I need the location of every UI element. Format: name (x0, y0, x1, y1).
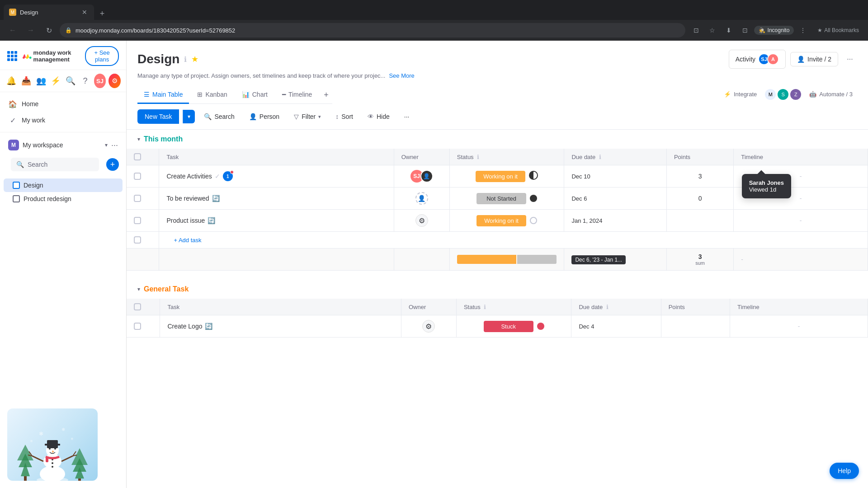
general-status-info-icon[interactable]: ℹ (484, 304, 486, 310)
status-info-icon[interactable]: ℹ (477, 154, 479, 160)
general-task-row-icons: Create Logo 🔄 (167, 323, 394, 330)
boards-list: Design Product redesign (4, 178, 123, 206)
add-board-button[interactable]: + (106, 158, 119, 171)
tab-close-button[interactable]: ✕ (80, 8, 89, 16)
tab-timeline[interactable]: ━ Timeline (276, 86, 318, 104)
inbox-icon[interactable]: 📥 (20, 74, 33, 88)
invite-button[interactable]: 👤 Invite / 2 (790, 52, 838, 66)
this-month-title[interactable]: This month (144, 135, 183, 143)
download-icon[interactable]: ⬇ (722, 23, 736, 38)
general-task-icon[interactable]: 🔄 (205, 323, 212, 330)
general-task-title[interactable]: General Task (144, 285, 189, 293)
add-task-button[interactable]: + Add task (166, 233, 208, 247)
status-wrapper: Working on it (457, 215, 557, 226)
row-checkbox[interactable] (134, 173, 141, 180)
settings-icon[interactable]: ⚙ (108, 74, 121, 88)
incognito-icon: 🕵 (759, 27, 765, 33)
apps-grid-icon[interactable] (7, 51, 17, 61)
reload-button[interactable]: ↻ (42, 23, 56, 38)
info-icon[interactable]: ℹ (184, 55, 187, 64)
notifications-icon[interactable]: 🔔 (5, 74, 18, 88)
board-label-design: Design (24, 182, 43, 189)
general-owner-column-header: Owner (401, 299, 456, 315)
task-update-icon[interactable]: 🔄 (212, 195, 220, 202)
bookmarks-button[interactable]: ★ All Bookmarks (814, 25, 863, 35)
tab-main-table[interactable]: ☰ Main Table (137, 86, 189, 104)
workspace-more-icon[interactable]: ··· (111, 141, 118, 150)
hide-button[interactable]: 👁 Hide (362, 110, 395, 123)
star-icon[interactable]: ★ (191, 54, 198, 64)
svg-rect-10 (78, 479, 81, 481)
sort-button[interactable]: ↕ Sort (330, 110, 359, 123)
sidebar-item-design[interactable]: Design (4, 178, 123, 192)
new-tab-button[interactable]: + (96, 7, 108, 20)
status-badge-create-logo[interactable]: Stuck (484, 321, 533, 332)
row-checkbox[interactable] (134, 195, 141, 202)
more-options-button[interactable]: ··· (843, 52, 857, 66)
this-month-toggle[interactable]: ▾ (137, 136, 140, 142)
snowman-decoration: ❄ ❄ ❄ ❄ (0, 401, 126, 488)
integrate-button[interactable]: ⚡ Integrate (719, 89, 761, 100)
integrate-label: Integrate (734, 91, 757, 98)
sidebar-item-product-redesign[interactable]: Product redesign (4, 192, 123, 206)
timeline-cell-product-issue: - (734, 210, 868, 232)
sidebar-item-mywork[interactable]: ✓ My work (4, 112, 123, 128)
menu-icon[interactable]: ⋮ (796, 23, 810, 38)
general-task-toggle[interactable]: ▾ (137, 286, 140, 292)
row-checkbox[interactable] (134, 217, 141, 224)
owner-cell-create-activities: SJ 👤 (394, 165, 449, 188)
people-icon[interactable]: 👥 (35, 74, 47, 88)
address-bar[interactable]: 🔒 moodjoy.monday.com/boards/1830420525?u… (60, 23, 685, 38)
see-plans-button[interactable]: + See plans (85, 46, 119, 66)
user-avatar[interactable]: SJ (94, 74, 106, 88)
bookmark-star-icon[interactable]: ☆ (705, 23, 720, 38)
forward-button[interactable]: → (24, 23, 38, 38)
general-select-all-checkbox[interactable] (134, 303, 141, 310)
task-check-icon[interactable]: ✓ (215, 173, 220, 180)
add-view-button[interactable]: + (320, 87, 332, 103)
help-button[interactable]: Help (830, 463, 859, 479)
workspace-header[interactable]: M My workspace ▾ ··· (4, 136, 123, 154)
summary-owner-cell (394, 249, 449, 271)
more-toolbar-button[interactable]: ··· (399, 110, 415, 123)
tab-favicon: M (9, 9, 16, 16)
active-tab[interactable]: M Design ✕ (4, 5, 94, 20)
points-cell-to-be-reviewed: 0 (666, 188, 733, 210)
task-update-icon2[interactable]: 🔄 (208, 217, 215, 224)
status-badge-to-be-reviewed[interactable]: Not Started (476, 193, 526, 204)
invite-label: Invite / 2 (807, 56, 831, 63)
activity-button[interactable]: Activity SJ A (729, 50, 786, 69)
tab-kanban[interactable]: ⊞ Kanban (191, 86, 233, 104)
mywork-label: My work (22, 117, 45, 124)
general-status-header-label: Status (464, 304, 481, 310)
select-all-checkbox[interactable] (134, 153, 141, 160)
tab-kanban-label: Kanban (205, 91, 227, 98)
help-icon[interactable]: ? (79, 74, 91, 88)
duedate-info-icon[interactable]: ℹ (599, 154, 601, 160)
apps-icon[interactable]: ⚡ (50, 74, 62, 88)
search-bar[interactable]: 🔍 Search (11, 158, 99, 171)
status-badge-create-activities[interactable]: Working on it (476, 171, 525, 182)
duedate-cell-product-issue: Jan 1, 2024 (564, 210, 667, 232)
extension-icon[interactable]: ⊡ (738, 23, 752, 38)
tab-chart[interactable]: 📊 Chart (236, 86, 274, 104)
chart-icon: 📊 (242, 91, 250, 98)
add-task-checkbox[interactable] (134, 236, 141, 244)
search-button[interactable]: 🔍 Search (198, 110, 240, 123)
general-duedate-info-icon[interactable]: ℹ (606, 304, 609, 310)
new-task-button[interactable]: New Task (137, 109, 179, 124)
task-name-create-logo: Create Logo (167, 323, 202, 330)
status-badge-product-issue[interactable]: Working on it (476, 215, 526, 226)
back-button[interactable]: ← (5, 23, 20, 38)
global-search-icon[interactable]: 🔍 (65, 74, 77, 88)
screenshot-icon[interactable]: ⊡ (689, 23, 703, 38)
url-text: moodjoy.monday.com/boards/1830420525?use… (75, 27, 235, 34)
new-task-dropdown-button[interactable]: ▾ (183, 110, 195, 123)
filter-button[interactable]: ▽ Filter ▾ (288, 110, 326, 123)
general-row-checkbox[interactable] (134, 323, 141, 330)
sidebar-item-home[interactable]: 🏠 Home (4, 96, 123, 112)
automate-button[interactable]: 🤖 Automate / 3 (805, 89, 857, 100)
see-more-link[interactable]: See More (389, 72, 414, 79)
person-filter-button[interactable]: 👤 Person (244, 110, 285, 123)
workspace-name: My workspace (23, 141, 101, 149)
